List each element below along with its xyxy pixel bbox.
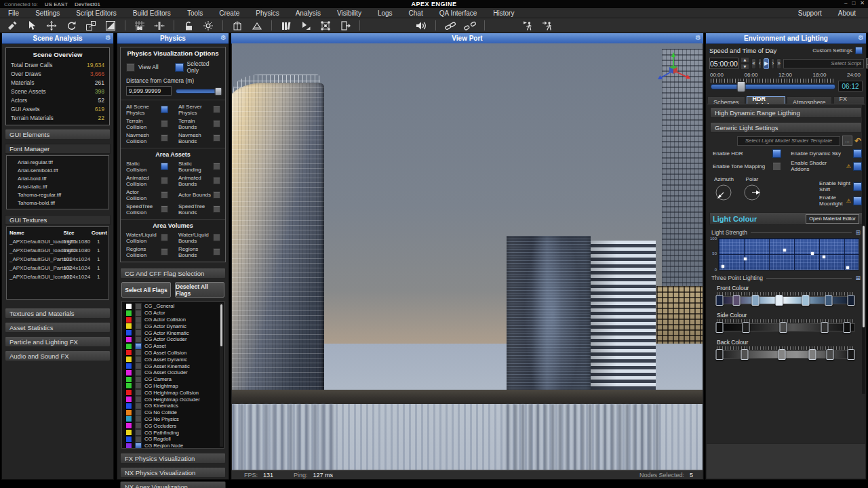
shapes-icon[interactable] [299, 20, 313, 32]
checkbox[interactable] [213, 234, 220, 241]
library-icon[interactable] [279, 20, 293, 32]
checkbox[interactable] [213, 134, 220, 142]
physics-toggle[interactable]: SpeedTree Collision [121, 202, 173, 216]
flag-checkbox[interactable] [135, 317, 142, 323]
checkbox[interactable] [161, 248, 168, 256]
screen-resize-icon[interactable] [104, 20, 117, 32]
section-gui-elements[interactable]: GUI Elements [5, 129, 111, 140]
flag-row[interactable]: CG Ragdoll [125, 436, 224, 443]
collapsed-section-bar[interactable]: Particle and Lighting FX [5, 336, 111, 347]
side-colour-editor[interactable] [714, 319, 858, 336]
flag-checkbox[interactable] [135, 389, 142, 396]
physics-toggle[interactable]: All Server Physics [173, 102, 225, 117]
flag-row[interactable]: CG Occluders [125, 422, 224, 429]
flag-row[interactable]: CG _General [125, 303, 224, 310]
move-icon[interactable] [45, 20, 58, 32]
play-button[interactable]: ▶ [764, 58, 769, 69]
checkbox[interactable] [853, 197, 862, 205]
physics-toggle[interactable]: Navmesh Collision [121, 131, 173, 145]
menu-item[interactable]: QA Interface [431, 9, 486, 17]
gradient-stop-handle[interactable] [827, 349, 834, 360]
menu-item[interactable]: Physics [248, 9, 287, 17]
checkbox[interactable] [161, 234, 168, 241]
walk-in-icon[interactable] [521, 20, 535, 32]
physics-header[interactable]: Physics ⚙ [117, 33, 229, 44]
node-graph-icon[interactable] [319, 20, 332, 32]
gear-icon[interactable]: ⚙ [220, 34, 226, 41]
flag-checkbox[interactable] [135, 409, 142, 416]
flag-checkbox[interactable] [135, 403, 142, 409]
package-icon[interactable] [231, 20, 244, 32]
physics-toggle[interactable]: Static Bounding [173, 159, 225, 174]
physics-toggle[interactable]: Terrain Collision [121, 117, 173, 131]
three-point-lighting-header[interactable]: Three Point Lighting ⊞ [711, 274, 861, 281]
curve-point[interactable] [811, 252, 814, 255]
checkbox[interactable] [161, 205, 168, 213]
physics-toggle[interactable]: Actor Bounds [173, 188, 225, 202]
spin-up-icon[interactable]: ▲ [741, 57, 749, 63]
toggle-enable-shader-addons[interactable]: Enable Shader Addons ⚠ [781, 160, 862, 172]
flag-checkbox[interactable] [135, 349, 142, 356]
flag-row[interactable]: CG Asset Occluder [125, 369, 224, 376]
timeline-handle[interactable] [736, 81, 745, 92]
checkbox[interactable] [213, 205, 220, 213]
flag-row[interactable]: CG Heightmap [125, 383, 224, 390]
gradient-stop-handle[interactable] [716, 322, 724, 333]
flag-row[interactable]: CG Kinematics [125, 403, 224, 409]
checkbox[interactable] [213, 191, 220, 199]
unlink-icon[interactable] [463, 20, 477, 32]
section-font-manager[interactable]: Font Manager [5, 144, 111, 154]
flag-row[interactable]: CG Heightmap Collision [125, 389, 224, 396]
paint-icon[interactable] [5, 20, 19, 32]
physics-toggle[interactable]: Navmesh Bounds [173, 131, 225, 145]
flag-checkbox[interactable] [135, 376, 142, 383]
shader-template-input[interactable] [737, 136, 840, 146]
spin-down-icon[interactable]: ▼ [741, 64, 749, 70]
select-script-input[interactable] [783, 59, 864, 68]
flag-checkbox[interactable] [135, 415, 142, 422]
gradient-stop-handle[interactable] [775, 295, 783, 306]
physics-toggle[interactable]: SpeedTree Bounds [173, 202, 225, 216]
menu-item[interactable]: About [830, 9, 864, 17]
viewport-header[interactable]: View Port ⚙ [231, 33, 703, 44]
gradient-stop-handle[interactable] [808, 349, 816, 360]
gradient-stop-handle[interactable] [825, 295, 833, 306]
gear-icon[interactable]: ⚙ [695, 34, 701, 41]
custom-settings-checkbox[interactable] [855, 47, 863, 54]
lock-icon[interactable] [182, 20, 195, 32]
back-colour-editor[interactable] [714, 346, 858, 363]
checkbox[interactable] [853, 149, 862, 158]
close-button[interactable]: ✕ [860, 0, 865, 6]
flag-checkbox[interactable] [135, 329, 142, 336]
gradient-stop-handle[interactable] [847, 349, 854, 360]
curve-point[interactable] [744, 258, 747, 260]
scene-analysis-header[interactable]: Scene Analysis ⚙ [2, 33, 113, 44]
gradient-stop-handle[interactable] [732, 295, 740, 306]
collapsed-section-bar[interactable]: Textures and Materials [5, 308, 111, 319]
menu-item[interactable]: History [485, 9, 522, 17]
snap-grid-icon[interactable] [133, 20, 146, 32]
flag-checkbox[interactable] [135, 363, 142, 369]
light-icon[interactable] [201, 20, 215, 32]
exit-icon[interactable] [338, 20, 352, 32]
viewport-3d-scene[interactable] [232, 43, 703, 470]
flag-row[interactable]: CG Asset Dynamic [125, 356, 224, 363]
step-forward-button[interactable]: › [771, 58, 774, 69]
toggle-enable-dynamic-sky[interactable]: Enable Dynamic Sky [781, 149, 862, 158]
step-back-button[interactable]: ‹ [758, 58, 762, 69]
environment-header[interactable]: Environment and Lighting ⚙ [706, 33, 866, 44]
light-colour-header[interactable]: Light Colour Open Material Editor [709, 212, 863, 225]
collapsed-section-bar[interactable]: NX Physics Visualization [120, 467, 226, 478]
gradient-stop-handle[interactable] [847, 295, 854, 306]
font-list-item[interactable]: Tahoma-regular.tff [7, 190, 108, 199]
collapsed-section-bar[interactable]: NX Apex Visualization [120, 481, 226, 488]
checkbox[interactable] [161, 163, 168, 170]
env-scrollbar[interactable] [862, 105, 865, 394]
menu-item[interactable]: Tools [179, 9, 211, 17]
align-icon[interactable] [153, 20, 166, 32]
menu-item[interactable]: File [0, 9, 27, 17]
curve-point[interactable] [783, 249, 786, 251]
font-list-item[interactable]: Arial-italic.tff [7, 182, 108, 190]
physics-toggle[interactable]: Animated Collision [121, 174, 173, 188]
font-list-item[interactable]: Arial-semibold.tff [7, 166, 108, 174]
